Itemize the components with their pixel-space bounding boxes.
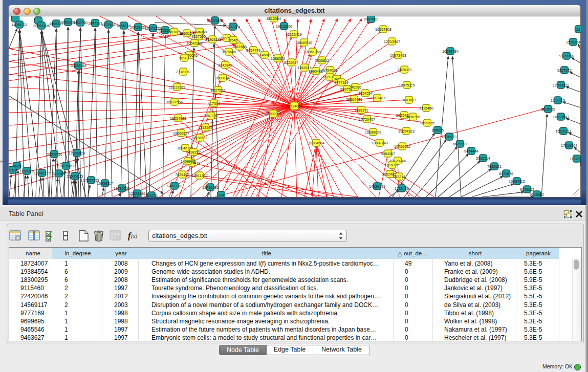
svg-text:19654923: 19654923 (398, 129, 415, 134)
svg-text:7632621: 7632621 (487, 164, 502, 169)
svg-text:417004: 417004 (208, 101, 220, 106)
svg-text:(x): (x) (131, 233, 138, 239)
svg-text:16782759: 16782759 (114, 186, 130, 191)
svg-text:16961758: 16961758 (304, 50, 321, 54)
svg-text:13716485: 13716485 (202, 185, 219, 190)
svg-text:18640910: 18640910 (296, 40, 312, 45)
svg-text:13325: 13325 (580, 64, 581, 69)
svg-text:17359924: 17359924 (69, 151, 85, 156)
svg-text:16210643: 16210643 (553, 115, 569, 119)
svg-text:6679197: 6679197 (453, 142, 467, 146)
svg-text:7663822: 7663822 (167, 30, 181, 34)
svg-text:2803144: 2803144 (215, 76, 230, 80)
svg-text:17016504: 17016504 (561, 143, 577, 148)
svg-text:134: 134 (218, 193, 224, 198)
svg-text:10719155: 10719155 (130, 25, 146, 30)
svg-text:11325419: 11325419 (286, 32, 301, 37)
svg-text:1117: 1117 (575, 27, 581, 32)
svg-text:8427552: 8427552 (211, 88, 225, 93)
svg-text:1575104: 1575104 (566, 40, 580, 45)
svg-text:16911447: 16911447 (191, 173, 207, 178)
svg-text:8813054: 8813054 (267, 16, 281, 21)
svg-text:1047191: 1047191 (88, 21, 102, 26)
svg-text:8322037: 8322037 (284, 60, 298, 65)
svg-text:10807487: 10807487 (369, 96, 385, 100)
svg-text:12505135: 12505135 (67, 174, 83, 179)
svg-text:19166827: 19166827 (173, 131, 189, 136)
svg-text:3875685: 3875685 (222, 50, 236, 54)
svg-text:20206536: 20206536 (46, 152, 62, 157)
svg-text:8578533: 8578533 (193, 136, 207, 140)
svg-text:3215958: 3215958 (541, 107, 555, 112)
svg-text:9146821: 9146821 (257, 53, 272, 57)
svg-text:19218506: 19218506 (276, 24, 292, 29)
svg-text:114519: 114519 (53, 171, 64, 176)
svg-text:1167534: 1167534 (570, 157, 581, 161)
svg-text:18807249: 18807249 (372, 141, 388, 145)
svg-text:9457791: 9457791 (167, 184, 182, 188)
svg-text:12093822: 12093822 (553, 83, 569, 87)
svg-text:6466160: 6466160 (117, 24, 131, 28)
svg-text:7886372: 7886372 (354, 108, 368, 113)
svg-text:15720407: 15720407 (359, 117, 375, 122)
svg-text:7625402: 7625402 (175, 172, 189, 177)
svg-text:16648784: 16648784 (442, 49, 459, 54)
svg-text:1156829: 1156829 (19, 169, 33, 173)
svg-text:14136141: 14136141 (369, 184, 385, 189)
svg-text:2935114: 2935114 (476, 156, 490, 161)
svg-text:7955812: 7955812 (315, 58, 329, 63)
svg-text:8990448: 8990448 (309, 69, 323, 74)
svg-text:12975115: 12975115 (399, 83, 415, 87)
svg-text:9699695: 9699695 (420, 121, 434, 125)
svg-text:9115460: 9115460 (419, 106, 433, 111)
svg-text:9463627: 9463627 (402, 98, 416, 102)
svg-text:20053346: 20053346 (70, 63, 86, 68)
svg-text:1527602: 1527602 (101, 23, 116, 27)
svg-text:18724007: 18724007 (286, 104, 302, 108)
svg-text:98901: 98901 (179, 56, 189, 60)
svg-text:8498222: 8498222 (186, 150, 201, 155)
svg-text:1052760: 1052760 (73, 20, 88, 25)
svg-text:2718170: 2718170 (176, 70, 190, 74)
svg-text:1615132: 1615132 (385, 163, 399, 167)
svg-text:12213369: 12213369 (169, 85, 185, 90)
svg-text:16154808: 16154808 (375, 27, 391, 32)
svg-text:16033809: 16033809 (207, 18, 223, 23)
svg-text:10975867: 10975867 (58, 164, 74, 168)
svg-text:12323446: 12323446 (129, 191, 145, 196)
svg-text:9245652: 9245652 (520, 187, 534, 192)
svg-text:15692911: 15692911 (555, 129, 571, 134)
svg-text:746266: 746266 (349, 85, 361, 90)
svg-text:14055721: 14055721 (11, 23, 28, 27)
svg-text:164095: 164095 (431, 128, 444, 133)
svg-text:10958117: 10958117 (97, 181, 113, 186)
svg-text:12942737: 12942737 (34, 171, 50, 176)
svg-text:9777169: 9777169 (334, 80, 349, 85)
svg-text:2087682: 2087682 (364, 17, 378, 21)
svg-text:3267130: 3267130 (204, 114, 218, 118)
svg-text:9474444: 9474444 (464, 149, 478, 154)
svg-text:1409948: 1409948 (181, 159, 195, 164)
svg-text:7357224: 7357224 (226, 25, 240, 29)
svg-text:18300295: 18300295 (265, 112, 281, 116)
svg-text:252214: 252214 (393, 174, 405, 179)
svg-text:19654983: 19654983 (170, 116, 186, 121)
svg-text:1353594: 1353594 (198, 125, 212, 130)
svg-text:10654112: 10654112 (509, 179, 525, 184)
svg-text:9129966: 9129966 (559, 54, 574, 58)
svg-text:19384554: 19384554 (308, 141, 324, 145)
svg-text:8938923: 8938923 (442, 135, 456, 139)
svg-text:1244415: 1244415 (551, 98, 565, 103)
svg-text:9242848: 9242848 (218, 63, 232, 68)
svg-text:9227342: 9227342 (557, 68, 572, 73)
svg-text:123234: 123234 (145, 193, 158, 198)
svg-text:8186328: 8186328 (205, 37, 220, 42)
svg-text:10688609: 10688609 (365, 130, 381, 135)
svg-text:39114: 39114 (9, 168, 17, 172)
svg-text:8454749: 8454749 (246, 48, 260, 53)
svg-text:10543382: 10543382 (186, 41, 203, 46)
svg-text:9084067: 9084067 (381, 151, 395, 156)
svg-text:9245612: 9245612 (530, 192, 544, 197)
svg-text:9495756: 9495756 (406, 115, 420, 119)
svg-text:20691406: 20691406 (33, 24, 50, 28)
